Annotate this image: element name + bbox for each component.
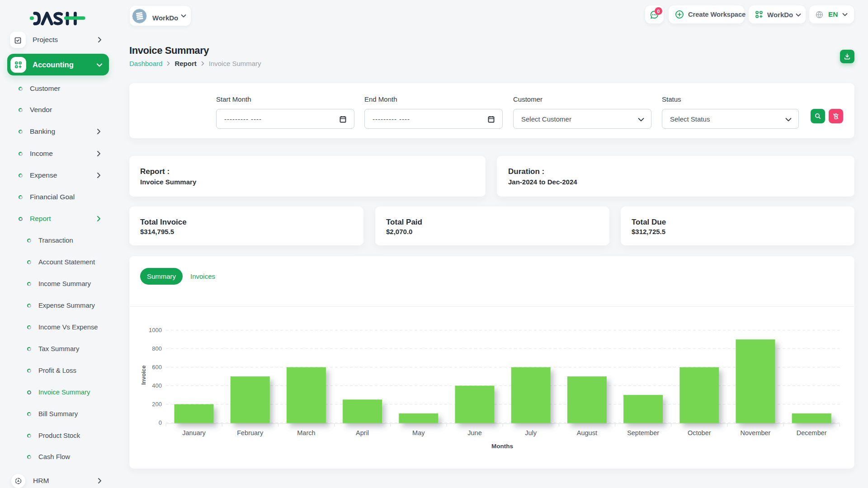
svg-text:400: 400 [152,382,162,389]
svg-text:October: October [688,429,711,436]
svg-text:May: May [412,429,425,436]
svg-text:February: February [237,429,264,436]
svg-text:Months: Months [491,443,513,450]
svg-text:600: 600 [152,364,162,371]
svg-text:June: June [467,429,481,436]
svg-text:Invoice: Invoice [141,365,147,385]
svg-text:July: July [525,429,537,436]
svg-text:1000: 1000 [149,327,162,333]
svg-text:April: April [356,429,369,436]
svg-text:200: 200 [152,401,162,408]
svg-text:0: 0 [159,419,162,426]
svg-text:January: January [182,429,206,436]
svg-text:800: 800 [152,345,162,352]
svg-text:August: August [577,429,597,436]
svg-text:September: September [627,429,659,436]
svg-text:November: November [741,429,771,436]
svg-text:March: March [297,429,315,436]
svg-text:December: December [797,429,827,436]
